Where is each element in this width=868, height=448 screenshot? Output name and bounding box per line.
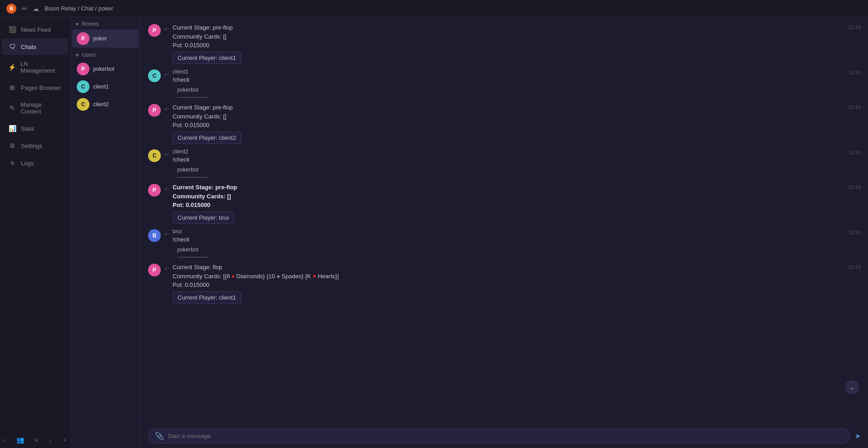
msg-sender-divider-2: pokerbot xyxy=(177,167,861,173)
sidebar-item-ln-management[interactable]: ⚡ LN Management xyxy=(2,56,68,79)
sidebar-item-label: News Feed xyxy=(21,26,51,33)
user-name-client2: client2 xyxy=(93,101,109,108)
ln-icon: ⚡ xyxy=(8,64,16,71)
attach-icon[interactable]: 📎 xyxy=(155,432,164,440)
msg-text-5: !check xyxy=(173,155,861,164)
chevron-left-icon[interactable]: ‹ xyxy=(4,436,6,443)
pages-icon: ⊞ xyxy=(8,84,16,91)
chat-input-wrap: 📎 xyxy=(148,428,850,443)
relay-icon-8: ↩ xyxy=(164,231,169,237)
msg-avatar-8: B xyxy=(148,229,161,242)
sidebar-nav: ⬛ News Feed 🗨 Chats ⚡ LN Management ⊞ Pa… xyxy=(0,17,70,448)
msg-content-divider-1: pokerbot ---------------- xyxy=(177,87,861,100)
info-box-4: Current Player: client2 xyxy=(173,132,241,144)
user-avatar-client2: C xyxy=(77,98,89,111)
sidebar-item-label: Pages Browser xyxy=(21,84,61,91)
msg-avatar-7: P xyxy=(148,184,161,197)
room-item-poker[interactable]: P poker xyxy=(72,30,139,48)
room-avatar-poker: P xyxy=(77,32,89,45)
user-item-client2[interactable]: C client2 xyxy=(72,96,139,113)
msg-sender-8: brui xyxy=(173,228,861,235)
sidebar-item-label: Manage Content xyxy=(20,101,62,115)
sidebar-item-label: Logs xyxy=(21,160,34,167)
add-icon[interactable]: + xyxy=(63,436,66,443)
sidebar-item-chats[interactable]: 🗨 Chats xyxy=(2,39,68,55)
msg-timestamp-1: 13:14 xyxy=(848,25,861,30)
divider-line-2: ---------------- xyxy=(177,173,861,180)
msg-text-8: !check xyxy=(173,235,861,244)
sidebar-item-logs[interactable]: ≡ Logs xyxy=(2,155,68,171)
message-8: B ↩ brui !check 13:11 xyxy=(141,227,868,246)
chats-icon: 🗨 xyxy=(8,43,16,50)
user-item-pokerbot[interactable]: P pokerbot xyxy=(72,60,139,78)
add-users-icon[interactable]: 👥 xyxy=(16,436,24,443)
user-name-pokerbot: pokerbot xyxy=(93,66,114,72)
relay-icon-10: ↩ xyxy=(164,266,169,272)
message-2: C ↩ client1 !check 13:14 xyxy=(141,67,868,86)
msg-content-7: Current Stage: pre-flop Community Cards:… xyxy=(173,183,861,226)
logs-icon: ≡ xyxy=(8,159,16,167)
msg-timestamp-5: 13:14 xyxy=(848,150,861,155)
divider-line-1: ---------------- xyxy=(177,94,861,100)
app-logo: B xyxy=(6,4,16,14)
msg-text-2: !check xyxy=(173,75,861,84)
msg-sender-2: client1 xyxy=(173,69,861,75)
msg-text-4c: Pot: 0.015000 xyxy=(173,121,861,130)
cloud-icon[interactable]: ☁ xyxy=(33,5,39,12)
chat-messages[interactable]: P ↩ Current Stage: pre-flop Community Ca… xyxy=(141,17,868,423)
msg-text-7c: Pot: 0.015000 xyxy=(173,201,861,210)
user-item-client1[interactable]: C client1 xyxy=(72,78,139,95)
news-feed-icon: ⬛ xyxy=(8,26,16,33)
rooms-label: Rooms xyxy=(82,21,99,27)
download-icon[interactable]: ↓ xyxy=(49,436,52,443)
msg-text-10c: Pot: 0.015000 xyxy=(173,281,861,290)
msg-text-4b: Community Cards: [] xyxy=(173,112,861,121)
info-box-7: Current Player: brui xyxy=(173,212,234,224)
scroll-down-button[interactable]: ⌄ xyxy=(845,380,859,394)
rooms-section-header[interactable]: ▼ Rooms xyxy=(70,17,140,29)
breadcrumb: Bison Relay / Chat / poker xyxy=(45,5,113,12)
chat-sidebar: ▼ Rooms P poker ▼ Users P pokerbot C cli… xyxy=(70,17,141,448)
sidebar-item-stats[interactable]: 📊 Stats xyxy=(2,120,68,137)
sidebar-item-manage-content[interactable]: ✎ Manage Content xyxy=(2,97,68,119)
main-layout: ⬛ News Feed 🗨 Chats ⚡ LN Management ⊞ Pa… xyxy=(0,17,868,448)
sidebar-item-settings[interactable]: ⚙ Settings xyxy=(2,138,68,154)
sidebar-item-pages-browser[interactable]: ⊞ Pages Browser xyxy=(2,79,68,96)
msg-text-4a: Current Stage: pre-flop xyxy=(173,103,861,112)
msg-text-10a: Current Stage: flop xyxy=(173,263,861,272)
relay-icon-4: ↩ xyxy=(164,106,169,112)
msg-content-1: Current Stage: pre-flop Community Cards:… xyxy=(173,23,861,66)
msg-text-1a: Current Stage: pre-flop xyxy=(173,23,861,32)
sidebar-bottom: ‹ 👥 ≡ ↓ + xyxy=(0,432,70,448)
chat-input-bar: 📎 ➤ xyxy=(141,423,868,448)
msg-content-5: client2 !check xyxy=(173,148,861,164)
edit-icon[interactable]: ✏ xyxy=(22,5,27,12)
relay-icon-7: ↩ xyxy=(164,186,169,192)
sidebar-item-label: LN Management xyxy=(20,60,62,74)
list-icon[interactable]: ≡ xyxy=(35,436,38,443)
message-divider-2: pokerbot ---------------- xyxy=(141,165,868,182)
settings-icon: ⚙ xyxy=(8,142,16,149)
msg-timestamp-2: 13:14 xyxy=(848,70,861,75)
msg-text-1b: Community Cards: [] xyxy=(173,32,861,41)
info-box-1: Current Player: client1 xyxy=(173,52,241,64)
message-divider-1: pokerbot ---------------- xyxy=(141,85,868,102)
message-10: P ↩ Current Stage: flop Community Cards:… xyxy=(141,261,868,307)
message-4: P ↩ Current Stage: pre-flop Community Ca… xyxy=(141,102,868,147)
info-box-10: Current Player: client1 xyxy=(173,291,241,304)
relay-icon-1: ↩ xyxy=(164,26,169,32)
sidebar-item-news-feed[interactable]: ⬛ News Feed xyxy=(2,21,68,38)
message-5: C ↩ client2 !check 13:14 xyxy=(141,147,868,166)
msg-sender-divider-1: pokerbot xyxy=(177,87,861,93)
msg-text-7a: Current Stage: pre-flop xyxy=(173,183,861,192)
message-7: P ↩ Current Stage: pre-flop Community Ca… xyxy=(141,182,868,227)
send-button[interactable]: ➤ xyxy=(855,432,861,440)
msg-avatar-5: C xyxy=(148,149,161,162)
stats-icon: 📊 xyxy=(8,125,16,132)
msg-content-10: Current Stage: flop Community Cards: [{6… xyxy=(173,263,861,305)
chat-input[interactable] xyxy=(168,433,843,439)
manage-icon: ✎ xyxy=(8,104,16,112)
users-arrow-icon: ▼ xyxy=(75,53,79,58)
users-section-header[interactable]: ▼ Users xyxy=(70,48,140,60)
rooms-arrow-icon: ▼ xyxy=(75,22,79,27)
